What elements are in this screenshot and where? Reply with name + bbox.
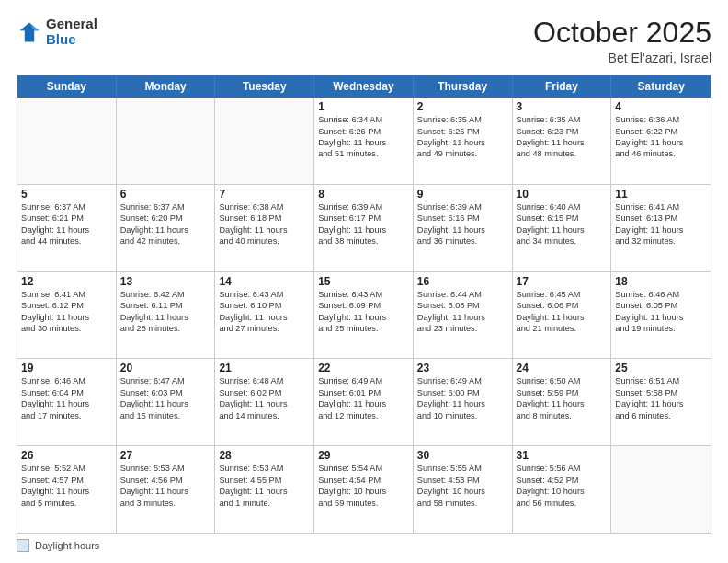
day-info: Sunrise: 5:56 AM Sunset: 4:52 PM Dayligh… [517, 463, 608, 509]
day-info: Sunrise: 6:42 AM Sunset: 6:11 PM Dayligh… [120, 289, 211, 335]
logo-general-text: General [46, 16, 97, 31]
day-number: 22 [318, 362, 409, 374]
calendar-cell: 8Sunrise: 6:39 AM Sunset: 6:17 PM Daylig… [314, 185, 414, 271]
day-info: Sunrise: 6:34 AM Sunset: 6:26 PM Dayligh… [318, 114, 409, 160]
day-info: Sunrise: 5:54 AM Sunset: 4:54 PM Dayligh… [318, 463, 409, 509]
day-info: Sunrise: 6:43 AM Sunset: 6:10 PM Dayligh… [219, 289, 310, 335]
day-number: 28 [219, 449, 310, 462]
day-number: 5 [21, 188, 112, 201]
calendar-cell: 29Sunrise: 5:54 AM Sunset: 4:54 PM Dayli… [314, 446, 414, 533]
day-number: 9 [417, 188, 508, 201]
day-number: 20 [120, 362, 211, 374]
day-number: 3 [517, 100, 608, 113]
calendar-cell [117, 98, 216, 184]
day-info: Sunrise: 6:37 AM Sunset: 6:20 PM Dayligh… [120, 201, 211, 247]
calendar-cell: 13Sunrise: 6:42 AM Sunset: 6:11 PM Dayli… [117, 272, 216, 359]
day-number: 6 [120, 188, 211, 201]
calendar-row: 26Sunrise: 5:52 AM Sunset: 4:57 PM Dayli… [17, 445, 711, 533]
calendar-cell: 7Sunrise: 6:38 AM Sunset: 6:18 PM Daylig… [215, 185, 314, 271]
calendar-header: SundayMondayTuesdayWednesdayThursdayFrid… [17, 75, 711, 98]
calendar-row: 1Sunrise: 6:34 AM Sunset: 6:26 PM Daylig… [17, 98, 711, 184]
day-info: Sunrise: 6:50 AM Sunset: 5:59 PM Dayligh… [517, 375, 608, 421]
day-number: 10 [517, 188, 608, 201]
calendar-cell: 14Sunrise: 6:43 AM Sunset: 6:10 PM Dayli… [215, 272, 314, 359]
day-info: Sunrise: 6:44 AM Sunset: 6:08 PM Dayligh… [417, 289, 508, 335]
day-info: Sunrise: 6:40 AM Sunset: 6:15 PM Dayligh… [517, 201, 608, 247]
calendar-cell: 11Sunrise: 6:41 AM Sunset: 6:13 PM Dayli… [611, 185, 711, 271]
day-info: Sunrise: 6:37 AM Sunset: 6:21 PM Dayligh… [21, 201, 112, 247]
day-info: Sunrise: 5:55 AM Sunset: 4:53 PM Dayligh… [417, 463, 508, 509]
day-info: Sunrise: 6:36 AM Sunset: 6:22 PM Dayligh… [615, 114, 707, 160]
day-number: 15 [318, 275, 409, 288]
calendar-cell: 19Sunrise: 6:46 AM Sunset: 6:04 PM Dayli… [17, 359, 117, 445]
calendar-cell: 16Sunrise: 6:44 AM Sunset: 6:08 PM Dayli… [414, 272, 513, 359]
weekday-header: Sunday [17, 75, 117, 98]
day-number: 29 [318, 449, 409, 462]
day-number: 14 [219, 275, 310, 288]
day-info: Sunrise: 6:39 AM Sunset: 6:16 PM Dayligh… [417, 201, 508, 247]
calendar-cell [611, 446, 711, 533]
calendar-cell: 30Sunrise: 5:55 AM Sunset: 4:53 PM Dayli… [414, 446, 513, 533]
day-number: 11 [615, 188, 707, 201]
calendar-cell: 5Sunrise: 6:37 AM Sunset: 6:21 PM Daylig… [17, 185, 117, 271]
weekday-header: Thursday [414, 75, 513, 98]
day-info: Sunrise: 6:51 AM Sunset: 5:58 PM Dayligh… [615, 375, 707, 421]
weekday-header: Friday [513, 75, 612, 98]
header: General Blue October 2025 Bet El'azari, … [17, 17, 711, 65]
day-info: Sunrise: 5:53 AM Sunset: 4:56 PM Dayligh… [120, 463, 211, 509]
calendar-cell: 24Sunrise: 6:50 AM Sunset: 5:59 PM Dayli… [513, 359, 612, 445]
calendar-cell: 15Sunrise: 6:43 AM Sunset: 6:09 PM Dayli… [314, 272, 414, 359]
day-number: 24 [517, 362, 608, 374]
weekday-header: Saturday [611, 75, 711, 98]
weekday-header: Tuesday [215, 75, 314, 98]
calendar-cell: 2Sunrise: 6:35 AM Sunset: 6:25 PM Daylig… [414, 98, 513, 184]
day-number: 8 [318, 188, 409, 201]
footer: Daylight hours [17, 539, 711, 552]
calendar-cell: 28Sunrise: 5:53 AM Sunset: 4:55 PM Dayli… [215, 446, 314, 533]
calendar-cell: 25Sunrise: 6:51 AM Sunset: 5:58 PM Dayli… [611, 359, 711, 445]
calendar-cell: 21Sunrise: 6:48 AM Sunset: 6:02 PM Dayli… [215, 359, 314, 445]
day-info: Sunrise: 6:35 AM Sunset: 6:25 PM Dayligh… [417, 114, 508, 160]
weekday-header: Monday [117, 75, 216, 98]
day-info: Sunrise: 6:49 AM Sunset: 6:01 PM Dayligh… [318, 375, 409, 421]
month-title: October 2025 [533, 17, 711, 49]
calendar: SundayMondayTuesdayWednesdayThursdayFrid… [17, 75, 711, 534]
day-number: 25 [615, 362, 707, 374]
day-number: 13 [120, 275, 211, 288]
day-info: Sunrise: 6:46 AM Sunset: 6:04 PM Dayligh… [21, 375, 112, 421]
calendar-cell [17, 98, 117, 184]
day-number: 26 [21, 449, 112, 462]
day-number: 30 [417, 449, 508, 462]
day-number: 23 [417, 362, 508, 374]
day-info: Sunrise: 6:41 AM Sunset: 6:12 PM Dayligh… [21, 289, 112, 335]
day-number: 31 [517, 449, 608, 462]
day-info: Sunrise: 5:53 AM Sunset: 4:55 PM Dayligh… [219, 463, 310, 509]
title-block: October 2025 Bet El'azari, Israel [533, 17, 711, 65]
svg-marker-0 [20, 22, 40, 41]
page: General Blue October 2025 Bet El'azari, … [0, 0, 728, 563]
calendar-cell: 31Sunrise: 5:56 AM Sunset: 4:52 PM Dayli… [513, 446, 612, 533]
calendar-cell: 4Sunrise: 6:36 AM Sunset: 6:22 PM Daylig… [611, 98, 711, 184]
day-number: 1 [318, 100, 409, 113]
legend-box [17, 539, 29, 552]
day-number: 27 [120, 449, 211, 462]
logo-icon [17, 19, 42, 45]
weekday-header: Wednesday [314, 75, 414, 98]
calendar-cell [215, 98, 314, 184]
day-number: 17 [517, 275, 608, 288]
calendar-cell: 6Sunrise: 6:37 AM Sunset: 6:20 PM Daylig… [117, 185, 216, 271]
day-number: 21 [219, 362, 310, 374]
day-info: Sunrise: 6:46 AM Sunset: 6:05 PM Dayligh… [615, 289, 707, 335]
calendar-row: 5Sunrise: 6:37 AM Sunset: 6:21 PM Daylig… [17, 184, 711, 271]
day-info: Sunrise: 6:41 AM Sunset: 6:13 PM Dayligh… [615, 201, 707, 247]
location-subtitle: Bet El'azari, Israel [533, 51, 711, 65]
day-info: Sunrise: 6:47 AM Sunset: 6:03 PM Dayligh… [120, 375, 211, 421]
day-info: Sunrise: 6:43 AM Sunset: 6:09 PM Dayligh… [318, 289, 409, 335]
day-info: Sunrise: 6:35 AM Sunset: 6:23 PM Dayligh… [517, 114, 608, 160]
legend-label: Daylight hours [35, 540, 99, 551]
logo-text: General Blue [46, 17, 97, 47]
calendar-row: 19Sunrise: 6:46 AM Sunset: 6:04 PM Dayli… [17, 358, 711, 445]
day-number: 16 [417, 275, 508, 288]
day-number: 4 [615, 100, 707, 113]
calendar-cell: 18Sunrise: 6:46 AM Sunset: 6:05 PM Dayli… [611, 272, 711, 359]
